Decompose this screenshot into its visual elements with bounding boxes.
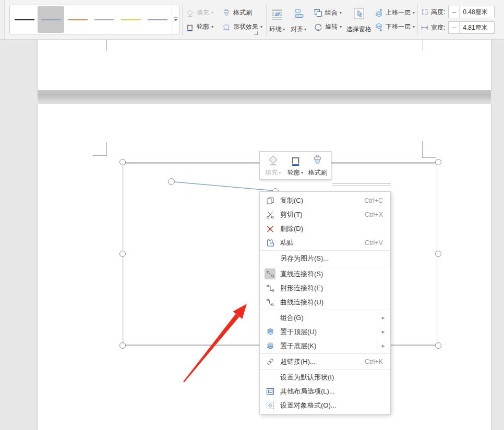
bring-forward-button[interactable]: 上移一层 ▾ xyxy=(373,6,416,19)
width-icon xyxy=(421,23,429,32)
chevron-down-icon: ▾ xyxy=(413,11,415,15)
gallery-more-button[interactable] xyxy=(172,5,179,34)
line-style-swatches xyxy=(10,5,172,34)
line-style-gray[interactable] xyxy=(91,6,117,33)
submenu-divider xyxy=(377,341,377,350)
copy-icon xyxy=(265,195,275,206)
wrap-label: 环绕 xyxy=(269,25,282,34)
mini-outline-button[interactable]: 轮廓▾ xyxy=(284,153,307,178)
group-button[interactable]: 组合 ▾ xyxy=(312,6,343,19)
selection-pane-button[interactable]: 选择窗格 xyxy=(344,5,374,35)
rotate-button[interactable]: 旋转 ▾ xyxy=(312,20,343,33)
menu-item-paste[interactable]: 粘贴Ctrl+V xyxy=(260,236,390,250)
menu-item-hyperlink[interactable]: 超链接(H)...Ctrl+K xyxy=(260,354,390,368)
menu-separator xyxy=(260,369,390,370)
menu-item-delete[interactable]: 删除(D) xyxy=(260,222,390,236)
mini-fill-button[interactable]: 填充▾ xyxy=(262,153,284,178)
format-painter-button[interactable]: 格式刷 xyxy=(220,6,254,19)
line-style-steel-blue[interactable] xyxy=(38,6,64,33)
menu-item-label: 直线连接符(S) xyxy=(280,269,386,279)
submenu-arrow-icon: ▸ xyxy=(380,342,386,349)
group-corner-mark xyxy=(254,31,258,35)
menu-item-more-layout-options[interactable]: 其他布局选项(L)... xyxy=(260,384,390,398)
outline-icon xyxy=(185,22,195,32)
chevron-down-icon: ▾ xyxy=(340,25,342,29)
line-style-blue-line xyxy=(148,19,167,20)
menu-item-copy[interactable]: 复制(C)Ctrl+C xyxy=(260,193,390,207)
line-style-black-line xyxy=(15,19,34,20)
wrap-button[interactable]: 环绕▾ xyxy=(265,5,289,35)
curve-connector-icon xyxy=(265,297,275,308)
menu-item-curve-connector[interactable]: 曲线连接符(U) xyxy=(260,295,390,309)
menu-item-elbow-connector[interactable]: 肘形连接符(E) xyxy=(260,281,390,295)
line-style-blue[interactable] xyxy=(144,6,171,33)
menu-item-label: 删除(D) xyxy=(280,224,386,234)
resize-handle-middle-right[interactable] xyxy=(435,251,441,257)
menu-item-format-object[interactable]: 设置对象格式(O)... xyxy=(260,398,390,412)
menu-item-save-as-picture[interactable]: 另存为图片(S)... xyxy=(260,251,390,265)
send-backward-icon xyxy=(374,22,383,32)
line-style-orange-line xyxy=(68,19,88,20)
margin-mark xyxy=(422,141,423,158)
menu-item-label: 剪切(T) xyxy=(280,210,365,219)
bring-forward-label: 上移一层 xyxy=(386,8,411,17)
selection-pane-icon xyxy=(352,7,366,20)
menu-item-cut[interactable]: 剪切(T)Ctrl+X xyxy=(260,207,390,222)
align-label: 对齐 xyxy=(291,25,303,34)
line-style-yellow[interactable] xyxy=(117,6,144,33)
menu-item-label: 置于顶层(U) xyxy=(280,327,377,337)
menu-item-shortcut: Ctrl+X xyxy=(365,211,383,218)
gallery-more-icon xyxy=(173,15,178,24)
wrap-icon xyxy=(270,7,284,20)
menu-item-bring-to-front[interactable]: 置于顶层(U)▸ xyxy=(260,325,390,339)
menu-item-shortcut: Ctrl+K xyxy=(365,358,383,365)
width-input[interactable] xyxy=(460,24,493,31)
height-label: 高度: xyxy=(431,8,445,17)
menu-item-set-default-shape[interactable]: 设置为默认形状(I) xyxy=(260,370,390,384)
line-style-black[interactable] xyxy=(11,6,38,33)
send-backward-button[interactable]: 下移一层 ▾ xyxy=(373,20,416,33)
width-decrement-button[interactable]: − xyxy=(449,22,460,33)
height-input[interactable] xyxy=(460,8,493,16)
partial-shape-edge xyxy=(332,183,391,184)
shape-effects-label: 形状效果 xyxy=(233,22,258,31)
resize-handle-top-left[interactable] xyxy=(119,159,126,165)
resize-handle-top-right[interactable] xyxy=(435,159,441,165)
menu-item-label: 另存为图片(S)... xyxy=(280,254,386,263)
chevron-down-icon: ▾ xyxy=(304,28,306,32)
outline-button[interactable]: 轮廓 ▾ xyxy=(184,20,215,33)
resize-handle-middle-left[interactable] xyxy=(119,251,126,257)
menu-item-send-to-back[interactable]: 置于底层(K)▸ xyxy=(260,339,390,353)
chevron-down-icon: ▾ xyxy=(340,11,342,15)
outline-icon xyxy=(289,154,302,167)
drawing-tools-ribbon: ▾ 填充 ▾ 轮廓 ▾ 格式刷 形状效果 ▾ xyxy=(0,0,504,40)
margin-mark xyxy=(106,142,107,156)
line-style-orange[interactable] xyxy=(64,6,91,33)
menu-item-straight-connector[interactable]: 直线连接符(S) xyxy=(260,267,390,281)
resize-handle-bottom-left[interactable] xyxy=(119,342,126,349)
mini-outline-label: 轮廓 xyxy=(287,168,300,177)
menu-item-group[interactable]: 组合(G)▸ xyxy=(260,311,390,325)
scissors-icon xyxy=(265,209,275,220)
fill-button[interactable]: 填充 ▾ xyxy=(184,6,215,19)
menu-separator xyxy=(260,310,390,310)
menu-item-label: 设置为默认形状(I) xyxy=(280,373,386,382)
fill-icon xyxy=(185,8,195,18)
object-format-icon xyxy=(265,400,275,411)
resize-handle-bottom-right[interactable] xyxy=(435,342,441,349)
selection-pane-label: 选择窗格 xyxy=(346,25,371,34)
chevron-down-icon: ▾ xyxy=(413,25,415,29)
margin-mark xyxy=(422,157,436,158)
fill-icon xyxy=(267,154,280,167)
margin-mark xyxy=(423,40,423,51)
ribbon-separator xyxy=(182,4,183,35)
line-style-gray-line xyxy=(94,19,114,20)
mini-format-painter-button[interactable]: 格式刷 xyxy=(306,153,329,178)
chevron-down-icon: ▾ xyxy=(211,11,213,15)
align-button[interactable]: 对齐▾ xyxy=(287,5,309,35)
menu-icon-placeholder xyxy=(265,312,275,323)
menu-item-label: 肘形连接符(E) xyxy=(280,284,386,293)
send-to-back-icon xyxy=(265,340,275,351)
outline-label: 轮廓 xyxy=(197,22,209,31)
height-decrement-button[interactable]: − xyxy=(449,6,460,18)
